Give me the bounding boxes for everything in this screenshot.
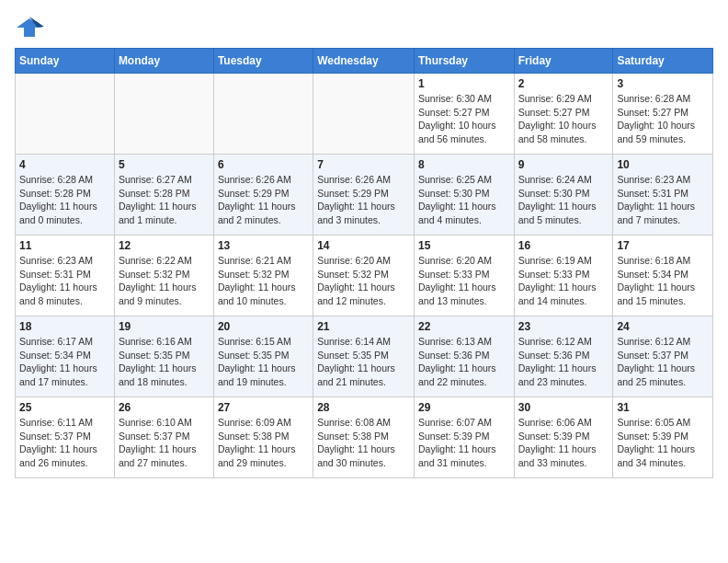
day-info: Sunrise: 6:23 AM Sunset: 5:31 PM Dayligh… [617, 173, 709, 227]
day-info: Sunrise: 6:20 AM Sunset: 5:32 PM Dayligh… [317, 254, 410, 308]
day-info: Sunrise: 6:13 AM Sunset: 5:36 PM Dayligh… [418, 335, 510, 389]
column-header-wednesday: Wednesday [313, 49, 415, 74]
calendar-cell: 16Sunrise: 6:19 AM Sunset: 5:33 PM Dayli… [514, 236, 613, 316]
calendar-cell: 18Sunrise: 6:17 AM Sunset: 5:34 PM Dayli… [16, 316, 115, 397]
day-info: Sunrise: 6:05 AM Sunset: 5:39 PM Dayligh… [617, 416, 709, 470]
calendar-cell: 9Sunrise: 6:24 AM Sunset: 5:30 PM Daylig… [514, 155, 613, 236]
day-number: 2 [518, 77, 609, 90]
day-number: 22 [418, 320, 510, 333]
day-info: Sunrise: 6:30 AM Sunset: 5:27 PM Dayligh… [418, 92, 510, 146]
day-number: 17 [617, 239, 709, 252]
day-info: Sunrise: 6:08 AM Sunset: 5:38 PM Dayligh… [317, 416, 410, 470]
calendar-cell: 28Sunrise: 6:08 AM Sunset: 5:38 PM Dayli… [313, 397, 415, 478]
day-number: 1 [418, 77, 510, 90]
calendar-cell: 26Sunrise: 6:10 AM Sunset: 5:37 PM Dayli… [114, 397, 213, 478]
header [15, 15, 713, 40]
calendar-cell: 30Sunrise: 6:06 AM Sunset: 5:39 PM Dayli… [514, 397, 613, 478]
calendar-cell: 15Sunrise: 6:20 AM Sunset: 5:33 PM Dayli… [414, 236, 514, 316]
day-info: Sunrise: 6:29 AM Sunset: 5:27 PM Dayligh… [518, 92, 609, 146]
day-number: 3 [617, 77, 709, 90]
column-header-saturday: Saturday [613, 49, 713, 74]
calendar: SundayMondayTuesdayWednesdayThursdayFrid… [15, 48, 713, 478]
day-number: 6 [218, 158, 309, 171]
calendar-cell: 17Sunrise: 6:18 AM Sunset: 5:34 PM Dayli… [613, 236, 713, 316]
calendar-cell [114, 74, 213, 155]
calendar-cell: 7Sunrise: 6:26 AM Sunset: 5:29 PM Daylig… [313, 155, 415, 236]
calendar-cell: 6Sunrise: 6:26 AM Sunset: 5:29 PM Daylig… [213, 155, 313, 236]
day-info: Sunrise: 6:25 AM Sunset: 5:30 PM Dayligh… [418, 173, 510, 227]
calendar-cell: 23Sunrise: 6:12 AM Sunset: 5:36 PM Dayli… [514, 316, 613, 397]
day-number: 12 [119, 239, 210, 252]
day-info: Sunrise: 6:15 AM Sunset: 5:35 PM Dayligh… [218, 335, 309, 389]
day-number: 21 [317, 320, 410, 333]
day-info: Sunrise: 6:12 AM Sunset: 5:37 PM Dayligh… [617, 335, 709, 389]
column-header-thursday: Thursday [414, 49, 514, 74]
calendar-cell [213, 74, 313, 155]
column-header-sunday: Sunday [16, 49, 115, 74]
day-info: Sunrise: 6:09 AM Sunset: 5:38 PM Dayligh… [218, 416, 309, 470]
calendar-cell: 10Sunrise: 6:23 AM Sunset: 5:31 PM Dayli… [613, 155, 713, 236]
calendar-cell: 31Sunrise: 6:05 AM Sunset: 5:39 PM Dayli… [613, 397, 713, 478]
calendar-cell: 1Sunrise: 6:30 AM Sunset: 5:27 PM Daylig… [414, 74, 514, 155]
day-info: Sunrise: 6:26 AM Sunset: 5:29 PM Dayligh… [317, 173, 410, 227]
calendar-cell: 22Sunrise: 6:13 AM Sunset: 5:36 PM Dayli… [414, 316, 514, 397]
day-info: Sunrise: 6:18 AM Sunset: 5:34 PM Dayligh… [617, 254, 709, 308]
day-info: Sunrise: 6:10 AM Sunset: 5:37 PM Dayligh… [119, 416, 210, 470]
day-info: Sunrise: 6:28 AM Sunset: 5:28 PM Dayligh… [19, 173, 110, 227]
calendar-cell: 3Sunrise: 6:28 AM Sunset: 5:27 PM Daylig… [613, 74, 713, 155]
day-number: 7 [317, 158, 410, 171]
day-info: Sunrise: 6:23 AM Sunset: 5:31 PM Dayligh… [19, 254, 110, 308]
day-number: 30 [518, 401, 609, 414]
day-info: Sunrise: 6:07 AM Sunset: 5:39 PM Dayligh… [418, 416, 510, 470]
calendar-cell: 5Sunrise: 6:27 AM Sunset: 5:28 PM Daylig… [114, 155, 213, 236]
calendar-cell: 20Sunrise: 6:15 AM Sunset: 5:35 PM Dayli… [213, 316, 313, 397]
calendar-cell [16, 74, 115, 155]
day-info: Sunrise: 6:14 AM Sunset: 5:35 PM Dayligh… [317, 335, 410, 389]
day-number: 27 [218, 401, 309, 414]
calendar-cell: 2Sunrise: 6:29 AM Sunset: 5:27 PM Daylig… [514, 74, 613, 155]
day-info: Sunrise: 6:20 AM Sunset: 5:33 PM Dayligh… [418, 254, 510, 308]
day-number: 31 [617, 401, 709, 414]
calendar-cell: 19Sunrise: 6:16 AM Sunset: 5:35 PM Dayli… [114, 316, 213, 397]
calendar-week-row: 25Sunrise: 6:11 AM Sunset: 5:37 PM Dayli… [16, 397, 713, 478]
day-number: 10 [617, 158, 709, 171]
day-number: 19 [119, 320, 210, 333]
calendar-cell: 27Sunrise: 6:09 AM Sunset: 5:38 PM Dayli… [213, 397, 313, 478]
day-number: 5 [119, 158, 210, 171]
day-number: 8 [418, 158, 510, 171]
day-info: Sunrise: 6:27 AM Sunset: 5:28 PM Dayligh… [119, 173, 210, 227]
day-number: 26 [119, 401, 210, 414]
day-number: 4 [19, 158, 110, 171]
day-info: Sunrise: 6:19 AM Sunset: 5:33 PM Dayligh… [518, 254, 609, 308]
day-info: Sunrise: 6:17 AM Sunset: 5:34 PM Dayligh… [19, 335, 110, 389]
day-info: Sunrise: 6:22 AM Sunset: 5:32 PM Dayligh… [119, 254, 210, 308]
day-info: Sunrise: 6:26 AM Sunset: 5:29 PM Dayligh… [218, 173, 309, 227]
day-number: 18 [19, 320, 110, 333]
day-info: Sunrise: 6:21 AM Sunset: 5:32 PM Dayligh… [218, 254, 309, 308]
calendar-cell: 13Sunrise: 6:21 AM Sunset: 5:32 PM Dayli… [213, 236, 313, 316]
svg-marker-0 [17, 18, 42, 37]
day-number: 13 [218, 239, 309, 252]
calendar-cell: 4Sunrise: 6:28 AM Sunset: 5:28 PM Daylig… [16, 155, 115, 236]
column-header-monday: Monday [114, 49, 213, 74]
calendar-week-row: 4Sunrise: 6:28 AM Sunset: 5:28 PM Daylig… [16, 155, 713, 236]
day-number: 15 [418, 239, 510, 252]
calendar-cell: 24Sunrise: 6:12 AM Sunset: 5:37 PM Dayli… [613, 316, 713, 397]
day-number: 14 [317, 239, 410, 252]
day-number: 11 [19, 239, 110, 252]
calendar-cell: 11Sunrise: 6:23 AM Sunset: 5:31 PM Dayli… [16, 236, 115, 316]
day-number: 20 [218, 320, 309, 333]
day-info: Sunrise: 6:12 AM Sunset: 5:36 PM Dayligh… [518, 335, 609, 389]
day-info: Sunrise: 6:11 AM Sunset: 5:37 PM Dayligh… [19, 416, 110, 470]
day-info: Sunrise: 6:24 AM Sunset: 5:30 PM Dayligh… [518, 173, 609, 227]
calendar-cell: 25Sunrise: 6:11 AM Sunset: 5:37 PM Dayli… [16, 397, 115, 478]
calendar-cell: 8Sunrise: 6:25 AM Sunset: 5:30 PM Daylig… [414, 155, 514, 236]
day-number: 24 [617, 320, 709, 333]
calendar-cell: 12Sunrise: 6:22 AM Sunset: 5:32 PM Dayli… [114, 236, 213, 316]
day-info: Sunrise: 6:06 AM Sunset: 5:39 PM Dayligh… [518, 416, 609, 470]
logo-icon [15, 15, 44, 40]
calendar-week-row: 11Sunrise: 6:23 AM Sunset: 5:31 PM Dayli… [16, 236, 713, 316]
calendar-cell: 14Sunrise: 6:20 AM Sunset: 5:32 PM Dayli… [313, 236, 415, 316]
calendar-cell: 29Sunrise: 6:07 AM Sunset: 5:39 PM Dayli… [414, 397, 514, 478]
logo [15, 15, 48, 40]
